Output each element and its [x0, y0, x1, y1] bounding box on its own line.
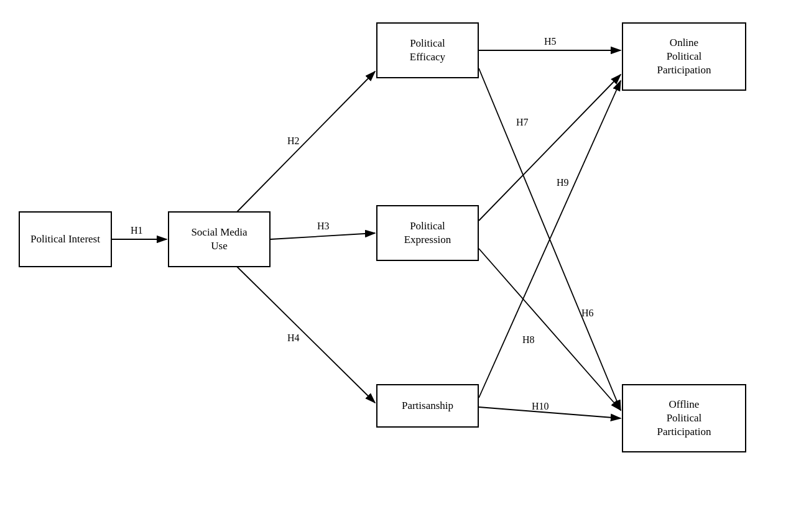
node-political-efficacy: PoliticalEfficacy	[376, 22, 479, 78]
label-h10: H10	[532, 401, 549, 412]
node-online-participation: OnlinePoliticalParticipation	[622, 22, 746, 91]
arrow-h9	[479, 81, 621, 398]
arrow-h4	[236, 266, 375, 403]
arrow-h2	[236, 71, 375, 213]
node-social-media-use: Social MediaUse	[168, 211, 271, 267]
arrow-h3	[271, 233, 375, 239]
label-h2: H2	[287, 135, 300, 147]
label-h7: H7	[516, 117, 529, 128]
label-h4: H4	[287, 332, 300, 344]
arrow-h7	[479, 75, 621, 221]
node-offline-participation: OfflinePoliticalParticipation	[622, 384, 746, 452]
diagram: Political Interest Social MediaUse Polit…	[0, 0, 796, 532]
label-h5: H5	[544, 36, 557, 47]
node-political-interest: Political Interest	[19, 211, 112, 267]
label-h1: H1	[131, 225, 143, 236]
arrow-h8	[479, 249, 621, 410]
node-partisanship: Partisanship	[376, 384, 479, 428]
label-h6: H6	[581, 308, 594, 319]
node-political-expression: PoliticalExpression	[376, 205, 479, 261]
label-h3: H3	[317, 221, 330, 232]
arrow-h10	[479, 407, 621, 418]
label-h9: H9	[557, 177, 569, 188]
label-h8: H8	[522, 334, 535, 346]
